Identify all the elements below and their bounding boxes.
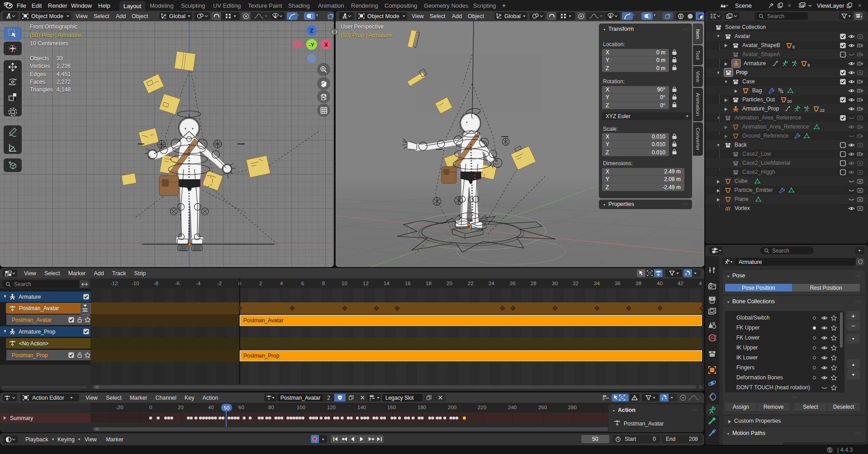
svg-text:X: X — [324, 42, 328, 48]
svg-text:Z: Z — [310, 28, 313, 34]
svg-text:-Y: -Y — [309, 42, 314, 48]
